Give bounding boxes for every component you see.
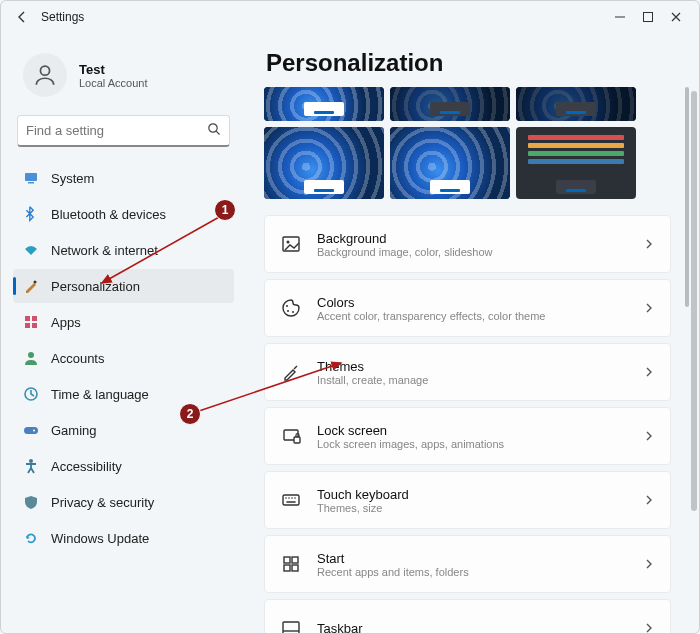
svg-rect-9 [32,316,37,321]
svg-rect-8 [25,316,30,321]
palette-icon [281,298,301,318]
maximize-button[interactable] [641,10,655,24]
theme-thumbnails [264,87,691,199]
svg-point-18 [287,241,290,244]
search-icon [207,122,221,140]
card-subtitle: Recent apps and items, folders [317,566,644,578]
svg-point-7 [34,281,37,284]
card-title: Lock screen [317,423,644,438]
svg-line-4 [216,131,219,134]
svg-point-2 [40,66,49,75]
sidebar-item-label: Accounts [51,351,104,366]
chevron-right-icon [644,363,654,381]
theme-thumb[interactable] [390,127,510,199]
page-title: Personalization [266,49,691,77]
annotation-step-2: 2 [179,403,201,425]
card-title: Colors [317,295,644,310]
svg-point-20 [287,310,289,312]
card-keyboard[interactable]: Touch keyboardThemes, size [264,471,671,529]
accessibility-icon [23,458,39,474]
card-start[interactable]: StartRecent apps and items, folders [264,535,671,593]
sidebar-item-apps[interactable]: Apps [13,305,234,339]
svg-rect-5 [25,173,37,181]
sidebar-item-accessibility[interactable]: Accessibility [13,449,234,483]
chevron-right-icon [644,427,654,445]
sidebar-item-label: Gaming [51,423,97,438]
search-box[interactable] [17,115,230,147]
theme-thumb[interactable] [390,87,510,121]
card-image[interactable]: BackgroundBackground image, color, slide… [264,215,671,273]
personalization-icon [23,278,39,294]
system-icon [23,170,39,186]
card-title: Themes [317,359,644,374]
svg-rect-10 [25,323,30,328]
theme-thumb[interactable] [516,87,636,121]
sidebar-item-privacy[interactable]: Privacy & security [13,485,234,519]
outer-scrollbar[interactable] [691,91,697,511]
svg-rect-24 [283,495,299,505]
svg-rect-31 [292,557,298,563]
chevron-right-icon [644,235,654,253]
svg-rect-11 [32,323,37,328]
card-title: Background [317,231,644,246]
card-subtitle: Lock screen images, apps, animations [317,438,644,450]
sidebar-item-label: Time & language [51,387,149,402]
gaming-icon [23,422,39,438]
svg-point-19 [286,305,288,307]
svg-rect-6 [28,182,34,184]
window-title: Settings [41,10,84,24]
minimize-button[interactable] [613,10,627,24]
card-taskbar[interactable]: Taskbar [264,599,671,633]
network-icon [23,242,39,258]
svg-point-12 [28,352,34,358]
svg-rect-30 [284,557,290,563]
svg-rect-23 [294,437,300,443]
avatar [23,53,67,97]
chevron-right-icon [644,619,654,633]
back-button[interactable] [15,10,29,24]
card-subtitle: Install, create, manage [317,374,644,386]
lock-icon [281,426,301,446]
theme-thumb[interactable] [264,127,384,199]
theme-thumb[interactable] [516,127,636,199]
svg-point-16 [29,459,33,463]
theme-thumb[interactable] [264,87,384,121]
inner-scrollbar[interactable] [685,87,689,307]
sidebar-item-label: Apps [51,315,81,330]
user-profile[interactable]: Test Local Account [13,41,234,115]
start-icon [281,554,301,574]
accounts-icon [23,350,39,366]
taskbar-icon [281,618,301,633]
image-icon [281,234,301,254]
main-panel: Personalization BackgroundBackground ima… [246,33,699,633]
sidebar-item-label: System [51,171,94,186]
sidebar-item-label: Accessibility [51,459,122,474]
settings-cards: BackgroundBackground image, color, slide… [264,215,691,633]
keyboard-icon [281,490,301,510]
card-title: Taskbar [317,621,644,634]
close-button[interactable] [669,10,683,24]
card-palette[interactable]: ColorsAccent color, transparency effects… [264,279,671,337]
svg-point-3 [209,123,217,131]
card-title: Start [317,551,644,566]
titlebar: Settings [1,1,699,33]
svg-rect-33 [292,565,298,571]
sidebar-item-system[interactable]: System [13,161,234,195]
svg-rect-32 [284,565,290,571]
sidebar-item-update[interactable]: Windows Update [13,521,234,555]
search-input[interactable] [26,123,207,138]
svg-line-36 [102,216,221,283]
user-name: Test [79,62,148,77]
card-subtitle: Themes, size [317,502,644,514]
svg-rect-1 [644,13,653,22]
card-subtitle: Accent color, transparency effects, colo… [317,310,644,322]
sidebar-item-label: Privacy & security [51,495,154,510]
card-title: Touch keyboard [317,487,644,502]
chevron-right-icon [644,299,654,317]
svg-point-15 [33,430,35,432]
annotation-step-1: 1 [214,199,236,221]
apps-icon [23,314,39,330]
svg-rect-14 [24,427,38,434]
sidebar: Test Local Account SystemBluetooth & dev… [1,33,246,633]
privacy-icon [23,494,39,510]
